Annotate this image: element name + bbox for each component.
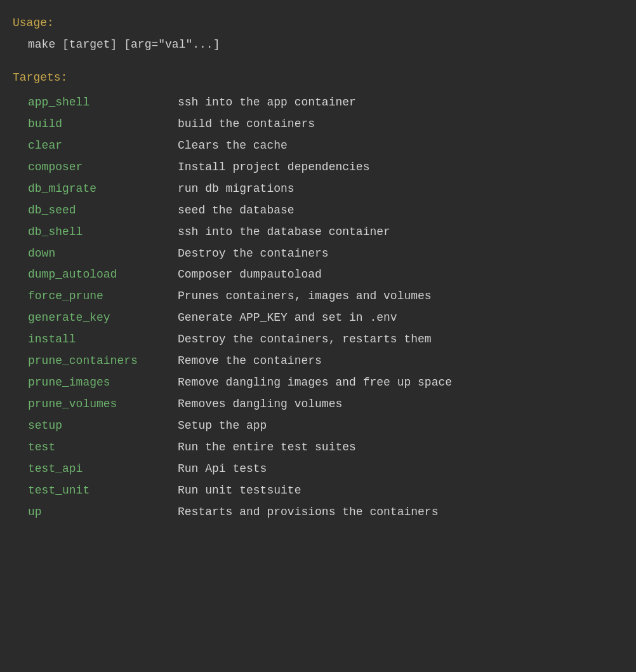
target-description: build the containers	[178, 118, 623, 131]
target-name: db_seed	[13, 204, 178, 218]
target-row: force_prunePrunes containers, images and…	[13, 286, 623, 307]
target-description: Install project dependencies	[178, 161, 623, 175]
targets-section: Targets: app_shellssh into the app conta…	[13, 71, 623, 523]
usage-header: Usage:	[13, 17, 623, 30]
target-description: ssh into the app container	[178, 96, 623, 110]
target-row: downDestroy the containers	[13, 244, 623, 264]
target-row: prune_volumesRemoves dangling volumes	[13, 394, 623, 415]
terminal-content: Usage: make [target] [arg="val"...] Targ…	[13, 10, 623, 530]
target-name: clear	[13, 139, 178, 153]
target-description: Generate APP_KEY and set in .env	[178, 311, 623, 325]
target-description: ssh into the database container	[178, 225, 623, 239]
target-description: Clears the cache	[178, 139, 623, 153]
usage-command: make [target] [arg="val"...]	[13, 38, 623, 52]
targets-list: app_shellssh into the app containerbuild…	[13, 93, 623, 523]
usage-section: Usage: make [target] [arg="val"...]	[13, 17, 623, 52]
target-name: prune_images	[13, 376, 178, 390]
target-description: Run the entire test suites	[178, 441, 623, 455]
target-row: test_unitRun unit testsuite	[13, 481, 623, 501]
target-name: prune_volumes	[13, 398, 178, 412]
target-description: Destroy the containers	[178, 247, 623, 261]
target-description: Run Api tests	[178, 462, 623, 476]
target-description: Run unit testsuite	[178, 484, 623, 498]
target-row: generate_keyGenerate APP_KEY and set in …	[13, 308, 623, 328]
target-description: Composer dumpautoload	[178, 268, 623, 282]
target-name: composer	[13, 161, 178, 175]
target-row: testRun the entire test suites	[13, 438, 623, 458]
target-name: setup	[13, 419, 178, 433]
target-name: build	[13, 118, 178, 131]
target-name: force_prune	[13, 290, 178, 304]
target-description: Setup the app	[178, 419, 623, 433]
target-row: prune_imagesRemove dangling images and f…	[13, 373, 623, 393]
target-row: clearClears the cache	[13, 136, 623, 156]
target-description: Prunes containers, images and volumes	[178, 290, 623, 304]
target-description: Remove dangling images and free up space	[178, 376, 623, 390]
target-description: Removes dangling volumes	[178, 398, 623, 412]
target-name: app_shell	[13, 96, 178, 110]
target-description: Destroy the containers, restarts them	[178, 333, 623, 347]
target-name: db_shell	[13, 225, 178, 239]
target-name: dump_autoload	[13, 268, 178, 282]
target-row: app_shellssh into the app container	[13, 93, 623, 113]
target-name: test_unit	[13, 484, 178, 498]
target-row: db_migraterun db migrations	[13, 179, 623, 199]
target-name: db_migrate	[13, 182, 178, 196]
target-description: run db migrations	[178, 182, 623, 196]
target-row: upRestarts and provisions the containers	[13, 502, 623, 523]
target-row: db_seedseed the database	[13, 201, 623, 221]
target-row: prune_containersRemove the containers	[13, 351, 623, 372]
target-name: test_api	[13, 462, 178, 476]
target-name: down	[13, 247, 178, 261]
target-description: Restarts and provisions the containers	[178, 506, 623, 520]
target-name: install	[13, 333, 178, 347]
targets-header: Targets:	[13, 71, 623, 85]
target-row: setupSetup the app	[13, 416, 623, 436]
target-row: dump_autoloadComposer dumpautoload	[13, 265, 623, 285]
target-row: buildbuild the containers	[13, 114, 623, 135]
target-name: up	[13, 506, 178, 520]
target-description: Remove the containers	[178, 354, 623, 368]
target-row: db_shellssh into the database container	[13, 222, 623, 243]
target-row: test_apiRun Api tests	[13, 459, 623, 480]
target-name: test	[13, 441, 178, 455]
target-name: prune_containers	[13, 354, 178, 368]
target-name: generate_key	[13, 311, 178, 325]
target-row: installDestroy the containers, restarts …	[13, 330, 623, 350]
target-description: seed the database	[178, 204, 623, 218]
target-row: composerInstall project dependencies	[13, 158, 623, 178]
